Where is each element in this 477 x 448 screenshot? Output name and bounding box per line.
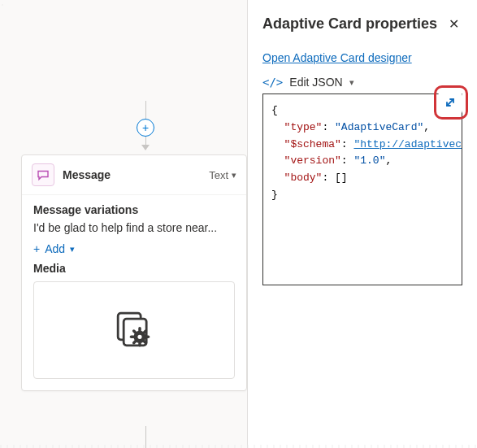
svg-line-10 (134, 341, 136, 342)
variations-title: Message variations (33, 203, 235, 216)
add-variation-label: Add (45, 242, 65, 255)
svg-line-9 (144, 341, 145, 342)
variation-text-preview[interactable]: I'd be glad to help find a store near... (33, 221, 235, 234)
svg-point-3 (137, 334, 141, 338)
json-editor-wrap: { "type": "AdaptiveCard", "$schema": "ht… (262, 94, 462, 285)
svg-line-12 (447, 99, 453, 106)
panel-header: Adaptive Card properties ✕ (262, 13, 462, 35)
chevron-down-icon: ▾ (232, 170, 236, 181)
json-brace-close: } (271, 189, 278, 201)
torn-edge-bottom (0, 445, 477, 448)
card-settings-icon (111, 307, 157, 354)
expand-editor-button[interactable] (438, 91, 462, 115)
message-node-card[interactable]: Message Text ▾ Message variations I'd be… (21, 154, 247, 391)
chevron-down-icon: ▾ (70, 244, 75, 254)
plus-icon: + (33, 242, 40, 255)
json-val-type: "AdaptiveCard" (335, 121, 423, 133)
message-icon (32, 163, 54, 186)
code-icon: </> (262, 76, 283, 89)
media-title: Media (33, 262, 235, 275)
message-card-title: Message (63, 168, 201, 181)
torn-edge-left (0, 0, 5, 448)
json-val-version: "1.0" (353, 154, 385, 167)
close-icon: ✕ (449, 17, 459, 31)
close-panel-button[interactable]: ✕ (445, 13, 462, 35)
panel-title: Adaptive Card properties (262, 15, 437, 33)
json-key-type: "type" (284, 121, 323, 133)
json-brace-open: { (271, 104, 278, 116)
plus-icon: + (142, 122, 149, 133)
message-type-label: Text (209, 169, 228, 181)
add-variation-button[interactable]: + Add ▾ (33, 242, 235, 255)
json-key-version: "version" (284, 154, 341, 167)
json-editor[interactable]: { "type": "AdaptiveCard", "$schema": "ht… (262, 94, 462, 285)
media-section: Media (22, 259, 246, 390)
expand-icon (444, 96, 457, 111)
message-card-header: Message Text ▾ (22, 155, 246, 195)
chevron-down-icon: ▾ (349, 77, 354, 88)
add-node-button[interactable]: + (137, 119, 154, 137)
arrowhead-icon (141, 145, 150, 150)
json-key-schema: "$schema" (284, 138, 341, 150)
variations-section: Message variations I'd be glad to help f… (22, 195, 246, 259)
open-designer-link[interactable]: Open Adaptive Card designer (262, 51, 412, 64)
edit-json-toggle[interactable]: </> Edit JSON ▾ (262, 76, 462, 89)
json-key-body: "body" (284, 172, 323, 184)
properties-panel: Adaptive Card properties ✕ Open Adaptive… (248, 0, 477, 448)
message-type-dropdown[interactable]: Text ▾ (209, 169, 236, 181)
json-val-schema-link[interactable]: "http://adaptivecards.i (353, 138, 462, 150)
json-val-body: [] (335, 172, 348, 184)
svg-line-11 (144, 330, 145, 332)
media-placeholder[interactable] (33, 281, 235, 379)
svg-line-8 (134, 330, 136, 332)
edit-json-label: Edit JSON (289, 76, 342, 89)
canvas-area: + Message Text ▾ Message variations I'd … (0, 0, 248, 448)
